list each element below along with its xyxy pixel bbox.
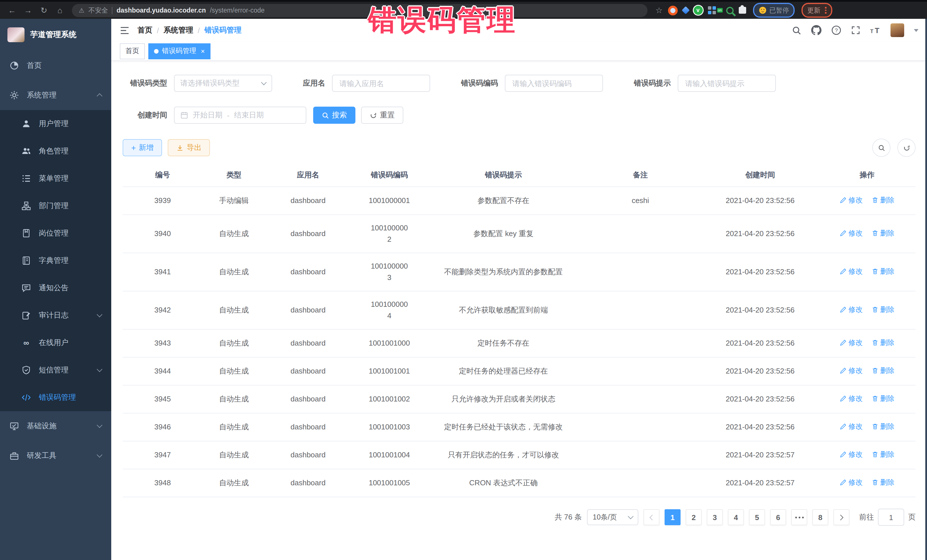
delete-link[interactable]: 删除 — [872, 337, 895, 348]
search-icon[interactable] — [792, 25, 801, 35]
avatar-caret-icon[interactable] — [914, 29, 918, 32]
breadcrumb-system[interactable]: 系统管理 — [163, 25, 193, 35]
page-button-1[interactable]: 1 — [664, 509, 681, 525]
sidebar-item-online-users[interactable]: ∞ 在线用户 — [0, 329, 111, 357]
extension-icon[interactable] — [726, 6, 733, 14]
active-dot-icon — [154, 49, 159, 53]
extensions-puzzle-icon[interactable] — [739, 7, 746, 14]
error-code-label: 错误码编码 — [461, 78, 498, 88]
sidebar-item-users[interactable]: 用户管理 — [0, 110, 111, 137]
scrollbar[interactable] — [925, 19, 927, 560]
page-button-4[interactable]: 4 — [728, 509, 744, 525]
add-button[interactable]: + 新增 — [123, 139, 162, 156]
trash-icon — [872, 367, 878, 374]
error-type-select[interactable]: 请选择错误码类型 — [174, 75, 272, 92]
bookmark-star-icon[interactable]: ☆ — [655, 6, 663, 15]
tab-home[interactable]: 首页 — [120, 43, 145, 59]
sidebar-item-sms[interactable]: 短信管理 — [0, 357, 111, 384]
delete-link[interactable]: 删除 — [872, 365, 895, 376]
tab-error-code[interactable]: 错误码管理 × — [148, 43, 211, 59]
toggle-search-button[interactable] — [872, 138, 891, 157]
update-badge[interactable]: 更新 — [801, 3, 832, 18]
edit-link[interactable]: 修改 — [840, 266, 863, 277]
prev-page-button[interactable] — [643, 509, 660, 525]
back-icon[interactable]: ← — [5, 2, 20, 19]
refresh-table-button[interactable] — [897, 138, 916, 157]
delete-link[interactable]: 删除 — [872, 304, 895, 316]
sidebar-item-system[interactable]: 系统管理 — [0, 80, 111, 110]
breadcrumb-home[interactable]: 首页 — [137, 25, 152, 35]
sidebar-item-menus[interactable]: 菜单管理 — [0, 165, 111, 192]
delete-link[interactable]: 删除 — [872, 449, 895, 460]
error-hint-input[interactable] — [684, 78, 769, 88]
page-button-8[interactable]: 8 — [812, 509, 828, 525]
trash-icon — [872, 197, 878, 203]
more-pages-button[interactable] — [791, 509, 807, 525]
help-icon[interactable]: ? — [831, 25, 842, 35]
search-button[interactable]: 搜索 — [313, 107, 356, 124]
delete-link[interactable]: 删除 — [872, 421, 895, 432]
sidebar-item-home[interactable]: 首页 — [0, 51, 111, 80]
delete-link[interactable]: 删除 — [872, 266, 895, 277]
date-range-picker[interactable]: 开始日期 - 结束日期 — [174, 107, 306, 124]
sidebar-item-roles[interactable]: 角色管理 — [0, 137, 111, 165]
reload-icon[interactable]: ↻ — [36, 2, 51, 19]
edit-link[interactable]: 修改 — [840, 449, 863, 460]
edit-icon — [840, 268, 846, 275]
chevron-left-icon — [649, 514, 655, 520]
chevron-up-icon — [97, 93, 102, 99]
browser-menu-icon[interactable] — [825, 7, 826, 14]
edit-link[interactable]: 修改 — [840, 393, 863, 404]
edit-link[interactable]: 修改 — [840, 337, 863, 348]
breadcrumb: 首页 / 系统管理 / 错误码管理 — [137, 25, 242, 35]
page-button-3[interactable]: 3 — [707, 509, 723, 525]
edit-link[interactable]: 修改 — [840, 228, 863, 239]
edit-link[interactable]: 修改 — [840, 477, 863, 488]
sidebar-item-dictionary[interactable]: 字典管理 — [0, 247, 111, 274]
sidebar-item-notices[interactable]: 通知公告 — [0, 274, 111, 302]
edit-link[interactable]: 修改 — [840, 304, 863, 316]
sidebar-item-infrastructure[interactable]: 基础设施 — [0, 411, 111, 441]
sidebar-item-error-code[interactable]: 错误码管理 — [0, 384, 111, 411]
page-size-select[interactable]: 10条/页 — [587, 509, 638, 525]
delete-link[interactable]: 删除 — [872, 194, 895, 206]
fullscreen-icon[interactable] — [851, 26, 860, 35]
extension-icon[interactable]: v — [693, 6, 702, 15]
extension-icon[interactable] — [668, 5, 678, 15]
delete-link[interactable]: 删除 — [872, 393, 895, 404]
edit-link[interactable]: 修改 — [840, 194, 863, 206]
reset-button[interactable]: 重置 — [361, 107, 403, 124]
hamburger-icon[interactable] — [120, 25, 129, 35]
page-button-6[interactable]: 6 — [770, 509, 786, 525]
error-code-input[interactable] — [511, 78, 597, 88]
extension-icon[interactable] — [681, 6, 689, 14]
edit-link[interactable]: 修改 — [840, 365, 863, 376]
sidebar-item-departments[interactable]: 部门管理 — [0, 192, 111, 220]
calendar-icon — [180, 111, 188, 119]
trash-icon — [872, 268, 878, 275]
goto-page-input[interactable] — [878, 509, 904, 526]
next-page-button[interactable] — [833, 509, 849, 525]
sidebar-item-audit-log[interactable]: 审计日志 — [0, 302, 111, 329]
edit-link[interactable]: 修改 — [840, 421, 863, 432]
font-size-icon[interactable]: TT — [870, 26, 881, 35]
app-name-input-wrap — [332, 75, 430, 92]
close-icon[interactable]: × — [201, 47, 205, 55]
page-button-2[interactable]: 2 — [686, 509, 702, 525]
delete-link[interactable]: 删除 — [872, 477, 895, 488]
github-icon[interactable] — [811, 25, 821, 35]
extension-icon[interactable] — [708, 6, 716, 14]
user-avatar[interactable] — [891, 23, 904, 37]
sidebar-item-dev-tools[interactable]: 研发工具 — [0, 441, 111, 470]
paused-badge[interactable]: 已暂停 — [753, 3, 795, 18]
ellipsis-icon — [798, 516, 800, 518]
link-icon: ∞ — [22, 338, 31, 347]
home-icon[interactable]: ⌂ — [53, 2, 67, 19]
sidebar-item-posts[interactable]: 岗位管理 — [0, 220, 111, 247]
app-name-input[interactable] — [338, 78, 424, 88]
page-button-5[interactable]: 5 — [749, 509, 765, 525]
export-button[interactable]: 导出 — [168, 139, 210, 156]
delete-link[interactable]: 删除 — [872, 228, 895, 239]
forward-icon[interactable]: → — [21, 2, 35, 19]
address-bar[interactable]: ⚠ 不安全 dashboard.yudao.iocoder.cn/system/… — [72, 4, 647, 17]
